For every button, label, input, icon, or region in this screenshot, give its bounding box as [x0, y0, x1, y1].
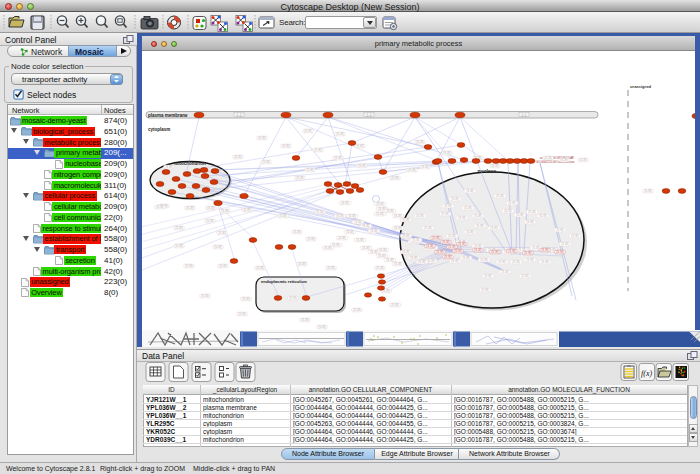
svg-text:(S..W): (S..W): [370, 250, 377, 254]
svg-text:(S..W): (S..W): [301, 318, 308, 322]
svg-text:(S..W): (S..W): [386, 258, 393, 262]
svg-text:(S..W): (S..W): [490, 226, 497, 230]
svg-text:(S..W): (S..W): [526, 258, 533, 262]
svg-text:(S..W): (S..W): [464, 206, 471, 210]
svg-text:endoplasmic reticulum: endoplasmic reticulum: [261, 279, 307, 284]
svg-text:(S..W): (S..W): [206, 219, 213, 223]
svg-text:(S..W): (S..W): [394, 226, 401, 230]
svg-text:(S..W): (S..W): [436, 250, 443, 254]
svg-text:(S..W): (S..W): [165, 165, 172, 169]
svg-text:(S..W): (S..W): [462, 256, 469, 260]
svg-text:(S..W): (S..W): [466, 230, 473, 234]
svg-text:(S..W): (S..W): [307, 237, 314, 241]
svg-text:(S..W): (S..W): [539, 214, 546, 218]
svg-text:(S..W): (S..W): [412, 238, 419, 242]
svg-text:(S..W): (S..W): [282, 144, 289, 148]
svg-text:(S..W): (S..W): [504, 209, 511, 213]
svg-text:(S..W): (S..W): [362, 224, 369, 228]
svg-text:(S..W): (S..W): [571, 234, 578, 238]
svg-text:(S..W): (S..W): [378, 254, 385, 258]
svg-text:(S..W): (S..W): [324, 246, 331, 250]
svg-text:(S..W): (S..W): [304, 129, 311, 133]
svg-text:(S..W): (S..W): [443, 151, 450, 155]
svg-text:(S..W): (S..W): [408, 168, 415, 172]
svg-text:(S..W): (S..W): [474, 214, 481, 218]
svg-text:(S..W): (S..W): [451, 259, 458, 263]
svg-text:(S..W): (S..W): [426, 244, 433, 248]
svg-text:(S..W): (S..W): [379, 248, 386, 252]
svg-text:(S..W): (S..W): [289, 296, 296, 300]
svg-text:(S..W): (S..W): [448, 245, 455, 249]
svg-text:(S..W): (S..W): [512, 260, 519, 264]
svg-text:(S..W): (S..W): [348, 214, 355, 218]
svg-text:(S..W): (S..W): [561, 242, 568, 246]
svg-text:(S..W): (S..W): [501, 270, 508, 274]
svg-text:(S..W): (S..W): [336, 132, 343, 136]
svg-text:(S..W): (S..W): [391, 303, 398, 307]
svg-text:(S..W): (S..W): [556, 228, 563, 232]
svg-text:(S..W): (S..W): [454, 249, 461, 253]
svg-text:(S..W): (S..W): [474, 248, 481, 252]
svg-text:(S..W): (S..W): [556, 250, 563, 254]
svg-text:(S..W): (S..W): [544, 156, 551, 160]
svg-text:(S..W): (S..W): [376, 266, 383, 270]
svg-text:(S..W): (S..W): [451, 197, 458, 201]
svg-text:(S..W): (S..W): [427, 259, 434, 263]
svg-text:(S..W): (S..W): [341, 201, 348, 205]
svg-text:(S..W): (S..W): [424, 226, 431, 230]
svg-text:(S..W): (S..W): [508, 249, 515, 253]
svg-text:(S..W): (S..W): [476, 224, 483, 228]
svg-text:(S..W): (S..W): [394, 262, 401, 266]
svg-text:(S..W): (S..W): [376, 202, 383, 206]
svg-text:(S..W): (S..W): [370, 229, 377, 233]
svg-text:(S..W): (S..W): [496, 194, 503, 198]
svg-text:[...]: [...]: [367, 113, 371, 117]
svg-text:(S..W): (S..W): [201, 294, 208, 298]
svg-text:(S..W): (S..W): [416, 214, 423, 218]
svg-text:(S..W): (S..W): [432, 236, 439, 240]
svg-text:(S..W): (S..W): [402, 250, 409, 254]
svg-text:(S..W): (S..W): [541, 260, 548, 264]
svg-text:(S..W): (S..W): [491, 164, 498, 168]
svg-text:(S..W): (S..W): [175, 226, 182, 230]
svg-text:(S..W): (S..W): [185, 264, 192, 268]
svg-text:(S..W): (S..W): [442, 240, 449, 244]
svg-text:(S..W): (S..W): [242, 297, 249, 301]
svg-text:(S..W): (S..W): [298, 262, 305, 266]
svg-text:(S..W): (S..W): [356, 144, 363, 148]
svg-text:(S..W): (S..W): [314, 148, 321, 152]
svg-text:(S..W): (S..W): [458, 242, 465, 246]
svg-text:(S..W): (S..W): [214, 245, 221, 249]
svg-text:(S..W): (S..W): [238, 312, 245, 316]
svg-text:(S..W): (S..W): [327, 266, 334, 270]
svg-text:(S..W): (S..W): [243, 208, 250, 212]
svg-text:(S..W): (S..W): [402, 218, 409, 222]
svg-text:(S..W): (S..W): [416, 140, 423, 144]
svg-text:(S..W): (S..W): [262, 160, 269, 164]
svg-text:(S..W): (S..W): [376, 212, 383, 216]
svg-text:(S..W): (S..W): [579, 158, 586, 162]
svg-text:[...]: [...]: [237, 113, 241, 117]
svg-text:(S..W): (S..W): [358, 164, 365, 168]
svg-text:(S..W): (S..W): [644, 189, 651, 193]
svg-text:(S..W): (S..W): [498, 260, 505, 264]
svg-text:(S..W): (S..W): [526, 220, 533, 224]
svg-text:(S..W): (S..W): [279, 214, 286, 218]
svg-text:(S..W): (S..W): [402, 234, 409, 238]
svg-text:(S..W): (S..W): [362, 246, 369, 250]
svg-text:(S..W): (S..W): [336, 214, 343, 218]
svg-text:(S..W): (S..W): [354, 220, 361, 224]
svg-text:(S..W): (S..W): [521, 274, 528, 278]
svg-text:(S..W): (S..W): [441, 212, 448, 216]
svg-text:(S..W): (S..W): [484, 274, 491, 278]
svg-text:(S..W): (S..W): [353, 308, 360, 312]
svg-text:(S..W): (S..W): [541, 248, 548, 252]
svg-text:(S..W): (S..W): [491, 250, 498, 254]
svg-text:(S..W): (S..W): [334, 156, 341, 160]
svg-text:(S..W): (S..W): [528, 210, 535, 214]
svg-text:(S..W): (S..W): [258, 136, 265, 140]
svg-text:(S..W): (S..W): [418, 260, 425, 264]
svg-text:(S..W): (S..W): [386, 209, 393, 213]
svg-text:cytoplasm: cytoplasm: [148, 127, 170, 132]
svg-text:(S..W): (S..W): [448, 234, 455, 238]
